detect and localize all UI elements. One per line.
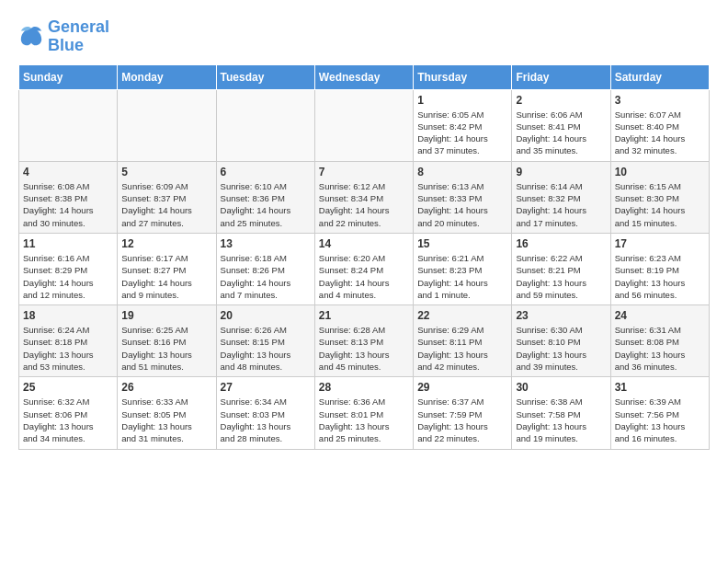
calendar-week-row: 4Sunrise: 6:08 AM Sunset: 8:38 PM Daylig… <box>19 161 710 233</box>
day-number: 16 <box>516 237 606 250</box>
day-info: Sunrise: 6:20 AM Sunset: 8:24 PM Dayligh… <box>319 252 409 301</box>
day-of-week-header: Tuesday <box>216 64 314 89</box>
calendar-cell: 4Sunrise: 6:08 AM Sunset: 8:38 PM Daylig… <box>19 161 118 233</box>
day-number: 15 <box>417 237 507 250</box>
calendar-cell: 18Sunrise: 6:24 AM Sunset: 8:18 PM Dayli… <box>19 305 118 377</box>
day-number: 20 <box>221 309 311 322</box>
day-number: 9 <box>516 166 606 178</box>
calendar-table: SundayMondayTuesdayWednesdayThursdayFrid… <box>18 64 710 450</box>
day-info: Sunrise: 6:21 AM Sunset: 8:23 PM Dayligh… <box>417 252 507 301</box>
day-of-week-header: Thursday <box>414 64 512 89</box>
day-number: 30 <box>516 381 606 394</box>
day-number: 17 <box>615 237 705 250</box>
day-number: 23 <box>516 309 606 322</box>
calendar-cell <box>19 89 118 161</box>
calendar-cell: 26Sunrise: 6:33 AM Sunset: 8:05 PM Dayli… <box>118 377 216 449</box>
calendar-cell: 21Sunrise: 6:28 AM Sunset: 8:13 PM Dayli… <box>314 305 413 377</box>
calendar-cell <box>118 89 216 161</box>
day-info: Sunrise: 6:31 AM Sunset: 8:08 PM Dayligh… <box>615 324 705 373</box>
calendar-cell: 10Sunrise: 6:15 AM Sunset: 8:30 PM Dayli… <box>610 161 709 233</box>
day-info: Sunrise: 6:10 AM Sunset: 8:36 PM Dayligh… <box>221 180 311 229</box>
calendar-cell: 28Sunrise: 6:36 AM Sunset: 8:01 PM Dayli… <box>314 377 413 449</box>
day-info: Sunrise: 6:37 AM Sunset: 7:59 PM Dayligh… <box>417 396 507 444</box>
day-number: 29 <box>417 381 507 394</box>
day-number: 1 <box>417 94 507 107</box>
day-info: Sunrise: 6:36 AM Sunset: 8:01 PM Dayligh… <box>319 396 409 444</box>
calendar-cell: 6Sunrise: 6:10 AM Sunset: 8:36 PM Daylig… <box>216 161 314 233</box>
calendar-cell: 5Sunrise: 6:09 AM Sunset: 8:37 PM Daylig… <box>118 161 216 233</box>
day-of-week-header: Friday <box>512 64 610 89</box>
calendar-cell: 9Sunrise: 6:14 AM Sunset: 8:32 PM Daylig… <box>512 161 610 233</box>
day-number: 27 <box>221 381 311 394</box>
calendar-cell: 8Sunrise: 6:13 AM Sunset: 8:33 PM Daylig… <box>414 161 512 233</box>
day-info: Sunrise: 6:17 AM Sunset: 8:27 PM Dayligh… <box>121 252 211 301</box>
day-number: 7 <box>319 166 409 178</box>
day-info: Sunrise: 6:33 AM Sunset: 8:05 PM Dayligh… <box>121 396 211 444</box>
day-number: 31 <box>615 381 705 394</box>
day-info: Sunrise: 6:24 AM Sunset: 8:18 PM Dayligh… <box>23 324 113 373</box>
day-of-week-header: Saturday <box>610 64 709 89</box>
day-number: 3 <box>615 94 705 107</box>
day-number: 13 <box>221 237 311 250</box>
day-number: 5 <box>121 166 211 178</box>
calendar-cell: 23Sunrise: 6:30 AM Sunset: 8:10 PM Dayli… <box>512 305 610 377</box>
calendar-cell: 7Sunrise: 6:12 AM Sunset: 8:34 PM Daylig… <box>314 161 413 233</box>
day-info: Sunrise: 6:30 AM Sunset: 8:10 PM Dayligh… <box>516 324 606 373</box>
day-info: Sunrise: 6:16 AM Sunset: 8:29 PM Dayligh… <box>23 252 113 301</box>
calendar-cell: 1Sunrise: 6:05 AM Sunset: 8:42 PM Daylig… <box>414 89 512 161</box>
calendar-cell: 13Sunrise: 6:18 AM Sunset: 8:26 PM Dayli… <box>216 233 314 304</box>
calendar-week-row: 11Sunrise: 6:16 AM Sunset: 8:29 PM Dayli… <box>19 233 710 304</box>
day-info: Sunrise: 6:26 AM Sunset: 8:15 PM Dayligh… <box>221 324 311 373</box>
calendar-week-row: 25Sunrise: 6:32 AM Sunset: 8:06 PM Dayli… <box>19 377 710 449</box>
day-number: 26 <box>121 381 211 394</box>
day-of-week-header: Wednesday <box>314 64 413 89</box>
day-of-week-header: Sunday <box>19 64 118 89</box>
day-number: 18 <box>23 309 113 322</box>
calendar-cell: 15Sunrise: 6:21 AM Sunset: 8:23 PM Dayli… <box>414 233 512 304</box>
day-info: Sunrise: 6:12 AM Sunset: 8:34 PM Dayligh… <box>319 180 409 229</box>
day-info: Sunrise: 6:14 AM Sunset: 8:32 PM Dayligh… <box>516 180 606 229</box>
page-header: General Blue <box>18 18 710 55</box>
day-number: 8 <box>417 166 507 178</box>
calendar-week-row: 1Sunrise: 6:05 AM Sunset: 8:42 PM Daylig… <box>19 89 710 161</box>
calendar-cell <box>216 89 314 161</box>
day-of-week-header: Monday <box>118 64 216 89</box>
day-number: 4 <box>23 166 113 178</box>
day-info: Sunrise: 6:38 AM Sunset: 7:58 PM Dayligh… <box>516 396 606 444</box>
logo-icon <box>18 24 44 50</box>
calendar-cell: 12Sunrise: 6:17 AM Sunset: 8:27 PM Dayli… <box>118 233 216 304</box>
calendar-cell: 17Sunrise: 6:23 AM Sunset: 8:19 PM Dayli… <box>610 233 709 304</box>
calendar-cell: 27Sunrise: 6:34 AM Sunset: 8:03 PM Dayli… <box>216 377 314 449</box>
day-info: Sunrise: 6:05 AM Sunset: 8:42 PM Dayligh… <box>417 109 507 157</box>
day-info: Sunrise: 6:09 AM Sunset: 8:37 PM Dayligh… <box>121 180 211 229</box>
day-number: 11 <box>23 237 113 250</box>
calendar-cell: 16Sunrise: 6:22 AM Sunset: 8:21 PM Dayli… <box>512 233 610 304</box>
calendar-cell: 22Sunrise: 6:29 AM Sunset: 8:11 PM Dayli… <box>414 305 512 377</box>
calendar-cell: 24Sunrise: 6:31 AM Sunset: 8:08 PM Dayli… <box>610 305 709 377</box>
day-info: Sunrise: 6:32 AM Sunset: 8:06 PM Dayligh… <box>23 396 113 444</box>
day-info: Sunrise: 6:28 AM Sunset: 8:13 PM Dayligh… <box>319 324 409 373</box>
day-number: 28 <box>319 381 409 394</box>
day-number: 24 <box>615 309 705 322</box>
day-number: 10 <box>615 166 705 178</box>
day-number: 6 <box>221 166 311 178</box>
day-info: Sunrise: 6:15 AM Sunset: 8:30 PM Dayligh… <box>615 180 705 229</box>
day-number: 21 <box>319 309 409 322</box>
calendar-cell: 11Sunrise: 6:16 AM Sunset: 8:29 PM Dayli… <box>19 233 118 304</box>
calendar-cell: 29Sunrise: 6:37 AM Sunset: 7:59 PM Dayli… <box>414 377 512 449</box>
calendar-cell: 25Sunrise: 6:32 AM Sunset: 8:06 PM Dayli… <box>19 377 118 449</box>
day-info: Sunrise: 6:06 AM Sunset: 8:41 PM Dayligh… <box>516 109 606 157</box>
day-number: 14 <box>319 237 409 250</box>
day-info: Sunrise: 6:23 AM Sunset: 8:19 PM Dayligh… <box>615 252 705 301</box>
calendar-cell <box>314 89 413 161</box>
calendar-cell: 14Sunrise: 6:20 AM Sunset: 8:24 PM Dayli… <box>314 233 413 304</box>
day-info: Sunrise: 6:13 AM Sunset: 8:33 PM Dayligh… <box>417 180 507 229</box>
day-info: Sunrise: 6:22 AM Sunset: 8:21 PM Dayligh… <box>516 252 606 301</box>
day-info: Sunrise: 6:18 AM Sunset: 8:26 PM Dayligh… <box>221 252 311 301</box>
day-number: 2 <box>516 94 606 107</box>
day-number: 12 <box>121 237 211 250</box>
calendar-cell: 31Sunrise: 6:39 AM Sunset: 7:56 PM Dayli… <box>610 377 709 449</box>
day-info: Sunrise: 6:25 AM Sunset: 8:16 PM Dayligh… <box>121 324 211 373</box>
calendar-cell: 19Sunrise: 6:25 AM Sunset: 8:16 PM Dayli… <box>118 305 216 377</box>
day-number: 19 <box>121 309 211 322</box>
